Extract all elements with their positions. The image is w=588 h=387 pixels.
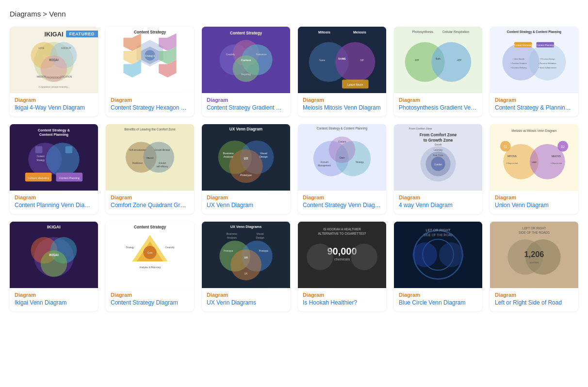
card-ikigai[interactable]: IKIGAI IKIGAI LOVE GOOD AT PROFESSION MI… bbox=[10, 27, 98, 116]
svg-text:MITOSIS: MITOSIS bbox=[507, 155, 517, 158]
svg-text:ATP: ATP bbox=[415, 59, 419, 62]
card-type-meiosis: Diagram bbox=[303, 97, 381, 103]
svg-text:Business: Business bbox=[223, 152, 234, 155]
svg-point-170 bbox=[351, 244, 377, 271]
svg-text:Strategy &: Strategy & bbox=[145, 55, 155, 57]
card-content-strategy-hex[interactable]: Content Strategy Strategy & DiagramConte… bbox=[106, 27, 194, 116]
svg-point-176 bbox=[412, 242, 437, 267]
card-type-blue-circle: Diagram bbox=[399, 292, 477, 298]
card-ikigai2[interactable]: IKIGAI IKIGAI DiagramIkigai Venn Diagram bbox=[10, 222, 98, 311]
card-union-venn[interactable]: Meiosis vs Mitosis Venn Diagram MITOSIS … bbox=[490, 124, 578, 214]
card-type-road: Diagram bbox=[495, 292, 573, 298]
svg-text:Benefits of Leaving the Comfor: Benefits of Leaving the Comfort Zone bbox=[124, 128, 176, 131]
card-photosynthesis[interactable]: Photosynthesis Cellular Respiration ATP … bbox=[394, 27, 482, 116]
card-thumbnail-content-strategy-grad: Content Strategy Content Creativity Rele… bbox=[202, 27, 290, 93]
svg-text:Resilience: Resilience bbox=[132, 162, 143, 164]
card-title-content-venn[interactable]: Content Strategy Venn Diagram bbox=[303, 202, 381, 210]
card-ux-venn2[interactable]: UX Venn Diagrams Prototype Prototype UX … bbox=[202, 222, 290, 311]
svg-text:SIDE OF THE ROADS: SIDE OF THE ROADS bbox=[519, 231, 550, 235]
svg-text:Content: Content bbox=[338, 141, 346, 143]
svg-text:Core: Core bbox=[147, 252, 152, 255]
card-title-road[interactable]: Left or Right Side of Road bbox=[495, 299, 573, 307]
card-title-content-planning-light[interactable]: Content Strategy & Planning Ve... bbox=[495, 104, 573, 112]
card-title-blue-circle[interactable]: Blue Circle Venn Diagram bbox=[399, 299, 477, 307]
card-title-ux-venn2[interactable]: UX Venn Diagrams bbox=[207, 299, 285, 307]
card-title-union-venn[interactable]: Union Venn Diagram bbox=[495, 202, 573, 210]
svg-text:IKIGAI: IKIGAI bbox=[47, 225, 61, 229]
svg-text:01: 01 bbox=[504, 145, 507, 148]
svg-text:• Content Creation: • Content Creation bbox=[510, 62, 526, 64]
svg-point-169 bbox=[307, 244, 333, 271]
svg-text:02: 02 bbox=[561, 145, 565, 148]
svg-text:Growth: Growth bbox=[435, 144, 442, 146]
card-content-planning-light[interactable]: Content Strategy & Content Planning Cont… bbox=[490, 27, 578, 116]
card-info-photosynthesis: DiagramPhotosynthesis Gradient Venn D... bbox=[394, 93, 482, 117]
svg-point-155 bbox=[230, 250, 261, 281]
svg-text:Visual: Visual bbox=[260, 152, 267, 155]
svg-text:Self-actualization: Self-actualization bbox=[129, 149, 146, 151]
breadcrumb: Diagrams > Venn bbox=[10, 10, 578, 18]
card-title-content-strategy-hex[interactable]: Content Strategy Hexagon Venn... bbox=[111, 104, 189, 112]
svg-text:PROFESSION: PROFESSION bbox=[47, 77, 61, 79]
card-title-hookah[interactable]: Is Hookah Healthier? bbox=[303, 299, 381, 307]
svg-text:Photosynthesis: Photosynthesis bbox=[412, 30, 433, 34]
svg-text:Content: Content bbox=[37, 155, 45, 158]
card-content-strategy-grad[interactable]: Content Strategy Content Creativity Rele… bbox=[202, 27, 290, 116]
svg-text:Visual: Visual bbox=[257, 232, 264, 235]
card-info-ux-venn2: DiagramUX Venn Diagrams bbox=[202, 288, 290, 312]
svg-text:Diff: Diff bbox=[360, 59, 364, 62]
card-thumbnail-ikigai: IKIGAI IKIGAI LOVE GOOD AT PROFESSION MI… bbox=[10, 27, 98, 93]
svg-text:Strategy: Strategy bbox=[356, 161, 364, 163]
breadcrumb-parent[interactable]: Diagrams bbox=[10, 10, 41, 18]
card-content-venn[interactable]: Content Strategy & Content Planning Acco… bbox=[298, 124, 386, 214]
card-title-photosynthesis[interactable]: Photosynthesis Gradient Venn D... bbox=[399, 104, 477, 112]
svg-text:2 Steps to halt: 2 Steps to halt bbox=[506, 162, 518, 164]
card-hookah[interactable]: IS HOOKAH A HEALTHIER ALTERNATIVE TO CIG… bbox=[298, 222, 386, 311]
card-title-content-strategy2[interactable]: Content Strategy Diagram bbox=[111, 299, 189, 307]
card-content-planning-dark[interactable]: Content Strategy & Content Planning Cont… bbox=[10, 124, 98, 214]
diagram-grid: IKIGAI IKIGAI LOVE GOOD AT PROFESSION MI… bbox=[10, 27, 578, 311]
card-info-content-planning-dark: DiagramContent Planning Venn Diagram bbox=[10, 191, 98, 214]
svg-text:GOOD AT: GOOD AT bbox=[61, 47, 71, 49]
svg-text:UX: UX bbox=[245, 273, 247, 275]
card-ux-venn[interactable]: UX Venn Diagram Business Analysis Visual… bbox=[202, 124, 290, 214]
svg-text:Relevance: Relevance bbox=[256, 53, 267, 56]
svg-text:SAME: SAME bbox=[532, 161, 537, 163]
card-title-ux-venn[interactable]: UX Venn Diagram bbox=[207, 202, 285, 210]
card-type-ikigai: Diagram bbox=[15, 97, 93, 103]
card-4way-venn[interactable]: From Comfort Zone From Comfort Zone to G… bbox=[394, 124, 482, 214]
card-info-content-venn: DiagramContent Strategy Venn Diagram bbox=[298, 191, 386, 214]
card-title-comfort-zone[interactable]: Comfort Zone Quadrant Graph bbox=[111, 202, 189, 210]
breadcrumb-current: Venn bbox=[49, 10, 65, 18]
card-title-ikigai2[interactable]: Ikigai Venn Diagram bbox=[15, 299, 93, 307]
card-type-ux-venn2: Diagram bbox=[207, 292, 285, 298]
card-road[interactable]: LEFT OR RIGHT SIDE OF THE ROADS 1,206 co… bbox=[490, 222, 578, 311]
card-title-content-strategy-grad[interactable]: Content Strategy Gradient Venn... bbox=[207, 104, 285, 112]
card-type-content-venn: Diagram bbox=[303, 194, 381, 200]
card-info-content-strategy2: DiagramContent Strategy Diagram bbox=[106, 288, 194, 312]
card-info-comfort-zone: DiagramComfort Zone Quadrant Graph bbox=[106, 191, 194, 214]
svg-text:UX Venn Diagram: UX Venn Diagram bbox=[229, 127, 262, 131]
breadcrumb-separator: > bbox=[41, 10, 49, 18]
card-comfort-zone[interactable]: Benefits of Leaving the Comfort Zone Sel… bbox=[106, 124, 194, 214]
card-title-content-planning-dark[interactable]: Content Planning Venn Diagram bbox=[15, 202, 93, 210]
card-title-ikigai[interactable]: Ikigai 4-Way Venn Diagram bbox=[15, 104, 93, 112]
svg-text:Content Strategy: Content Strategy bbox=[134, 225, 166, 229]
card-meiosis[interactable]: Mitosis Meiosis Same SAME Diff Learn Mor… bbox=[298, 27, 386, 116]
svg-rect-74 bbox=[35, 146, 43, 154]
card-info-ikigai2: DiagramIkigai Venn Diagram bbox=[10, 288, 98, 312]
card-info-road: DiagramLeft or Right Side of Road bbox=[490, 288, 578, 312]
card-content-strategy2[interactable]: Content Strategy Core Analytics & Report… bbox=[106, 222, 194, 311]
card-title-4way-venn[interactable]: 4 way Venn Diagram bbox=[399, 202, 477, 210]
svg-text:Fear Zone: Fear Zone bbox=[433, 154, 443, 157]
card-blue-circle[interactable]: LET OR RIGHT SIDE OF THE ROAD DiagramBlu… bbox=[394, 222, 482, 311]
svg-text:Greater: Greater bbox=[159, 162, 166, 164]
svg-text:Growth Mindset: Growth Mindset bbox=[155, 149, 171, 151]
svg-text:Prototype: Prototype bbox=[259, 250, 269, 252]
svg-text:Learning: Learning bbox=[434, 149, 442, 151]
svg-text:• Process Design: • Process Design bbox=[540, 58, 555, 60]
card-thumbnail-4way-venn: From Comfort Zone From Comfort Zone to G… bbox=[394, 124, 482, 191]
svg-text:Content Strategy: Content Strategy bbox=[134, 30, 166, 34]
svg-text:Meiosis: Meiosis bbox=[353, 30, 366, 34]
card-title-meiosis[interactable]: Meiosis Mitosis Venn Diagram bbox=[303, 104, 381, 112]
